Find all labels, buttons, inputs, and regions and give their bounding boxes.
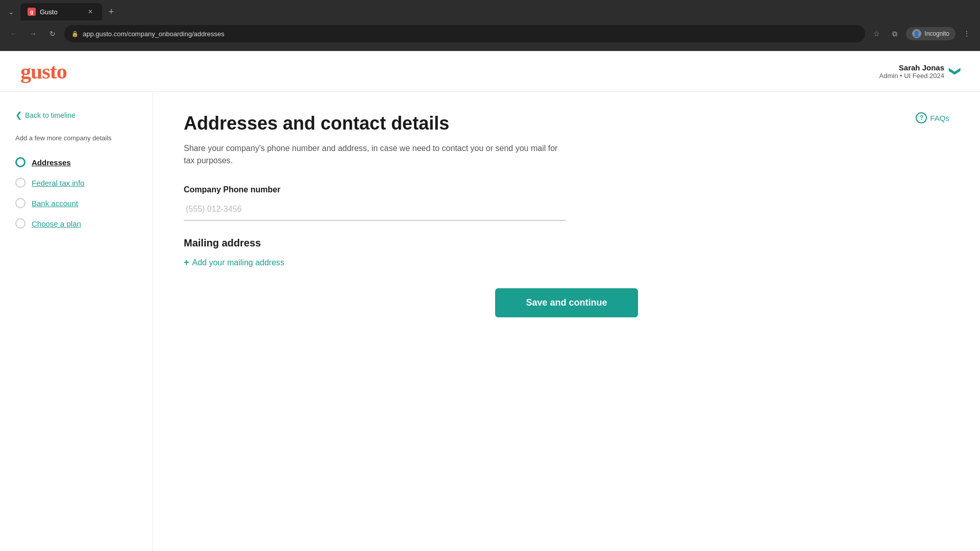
forward-button[interactable]: →: [26, 26, 41, 41]
faqs-icon: ?: [916, 112, 927, 123]
radio-addresses: [15, 157, 26, 167]
main-content: ❮ Back to timeline Add a few more compan…: [0, 92, 980, 551]
user-role: Admin • UI Feed 2024: [879, 72, 944, 80]
faqs-link[interactable]: ? FAQs: [916, 112, 949, 123]
sidebar-label-federal-tax[interactable]: Federal tax info: [32, 179, 84, 187]
incognito-button[interactable]: 👤 Incognito: [906, 27, 955, 40]
sidebar-item-choose-a-plan[interactable]: Choose a plan: [15, 213, 137, 234]
sidebar-nav: Addresses Federal tax info Bank account …: [15, 152, 137, 234]
address-bar[interactable]: 🔒 app.gusto.com/company_onboarding/addre…: [64, 25, 865, 42]
user-name: Sarah Jonas: [879, 63, 944, 72]
mailing-section: Mailing address + Add your mailing addre…: [184, 237, 949, 268]
radio-federal-tax: [15, 178, 26, 188]
add-mailing-label: Add your mailing address: [192, 258, 285, 267]
save-continue-button[interactable]: Save and continue: [495, 288, 638, 317]
app-logo: gusto: [20, 59, 67, 84]
tab-nav-icon[interactable]: ⌄: [4, 5, 18, 19]
sidebar-toggle-icon[interactable]: ⧉: [888, 27, 902, 41]
sidebar-item-addresses[interactable]: Addresses: [15, 152, 137, 172]
user-menu[interactable]: Sarah Jonas Admin • UI Feed 2024 ❯: [879, 63, 960, 80]
active-tab[interactable]: g Gusto ✕: [20, 3, 102, 20]
sidebar-item-federal-tax-info[interactable]: Federal tax info: [15, 172, 137, 193]
save-btn-container: Save and continue: [184, 288, 949, 317]
sidebar: ❮ Back to timeline Add a few more compan…: [0, 92, 153, 551]
phone-label: Company Phone number: [184, 185, 949, 194]
new-tab-button[interactable]: +: [104, 5, 118, 19]
lock-icon: 🔒: [71, 31, 79, 37]
sidebar-label-choose-plan[interactable]: Choose a plan: [32, 219, 81, 228]
url-text: app.gusto.com/company_onboarding/address…: [83, 30, 225, 38]
sidebar-label-bank-account[interactable]: Bank account: [32, 199, 78, 208]
incognito-label: Incognito: [924, 30, 949, 37]
sidebar-subtitle: Add a few more company details: [15, 134, 137, 142]
browser-menu-button[interactable]: ⋮: [960, 27, 974, 41]
tab-close-button[interactable]: ✕: [86, 7, 95, 16]
back-button[interactable]: ←: [6, 26, 21, 41]
back-chevron-icon: ❮: [15, 110, 22, 120]
content-area: ? FAQs Addresses and contact details Sha…: [153, 92, 980, 551]
add-mailing-plus-icon: +: [184, 257, 189, 268]
add-mailing-link[interactable]: + Add your mailing address: [184, 257, 949, 268]
mailing-title: Mailing address: [184, 237, 949, 249]
radio-bank-account: [15, 198, 26, 208]
radio-choose-plan: [15, 218, 26, 229]
refresh-button[interactable]: ↻: [45, 26, 60, 41]
tab-favicon: g: [28, 8, 36, 16]
top-nav: gusto Sarah Jonas Admin • UI Feed 2024 ❯: [0, 51, 980, 92]
user-menu-chevron[interactable]: ❯: [948, 67, 962, 76]
phone-input[interactable]: [184, 198, 566, 221]
page-title: Addresses and contact details: [184, 112, 949, 134]
tab-title: Gusto: [40, 8, 82, 16]
sidebar-item-bank-account[interactable]: Bank account: [15, 193, 137, 213]
sidebar-label-addresses: Addresses: [32, 158, 71, 167]
back-to-timeline-link[interactable]: ❮ Back to timeline: [15, 110, 137, 120]
back-link-label: Back to timeline: [25, 111, 76, 119]
user-info: Sarah Jonas Admin • UI Feed 2024: [879, 63, 944, 80]
star-icon[interactable]: ☆: [869, 27, 884, 41]
faqs-label: FAQs: [930, 114, 949, 122]
incognito-icon: 👤: [912, 29, 921, 38]
page-description: Share your company's phone number and ad…: [184, 142, 561, 167]
phone-section: Company Phone number: [184, 185, 949, 221]
